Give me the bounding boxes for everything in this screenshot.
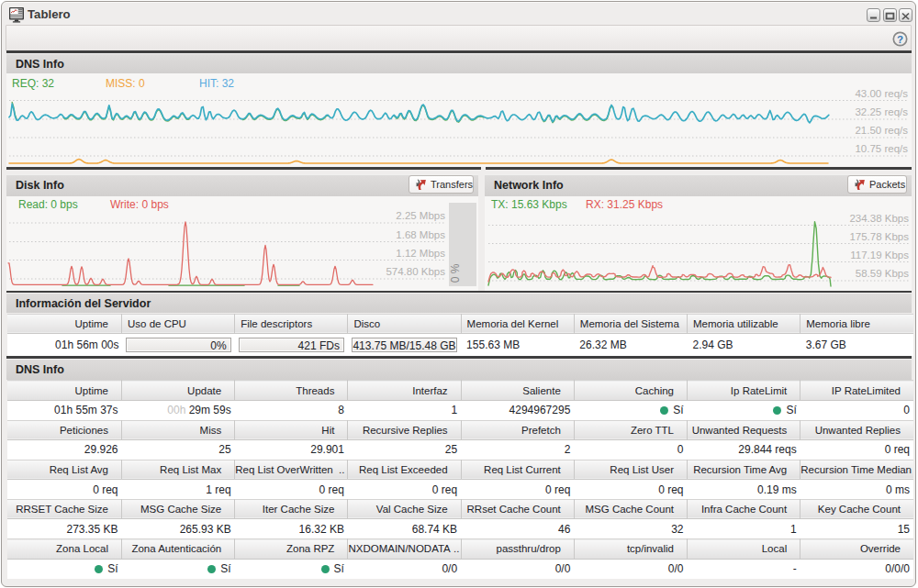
svg-text:32.25 req/s: 32.25 req/s [855, 106, 908, 117]
svg-text:?: ? [897, 33, 903, 44]
svg-text:58.59 Kbps: 58.59 Kbps [856, 268, 909, 279]
svg-text:175.78 Kbps: 175.78 Kbps [849, 231, 909, 242]
svg-text:1.12 Mbps: 1.12 Mbps [396, 248, 445, 259]
svg-text:234.38 Kbps: 234.38 Kbps [849, 213, 909, 224]
svg-text:43.00 req/s: 43.00 req/s [855, 88, 908, 99]
svg-text:21.50 req/s: 21.50 req/s [855, 125, 908, 136]
svg-text:1.68 Mbps: 1.68 Mbps [396, 229, 445, 240]
svg-text:574.80 Kbps: 574.80 Kbps [386, 266, 445, 277]
svg-text:2.25 Mbps: 2.25 Mbps [396, 210, 445, 221]
svg-text:10.75 req/s: 10.75 req/s [855, 143, 908, 154]
svg-text:117.19 Kbps: 117.19 Kbps [850, 250, 909, 261]
